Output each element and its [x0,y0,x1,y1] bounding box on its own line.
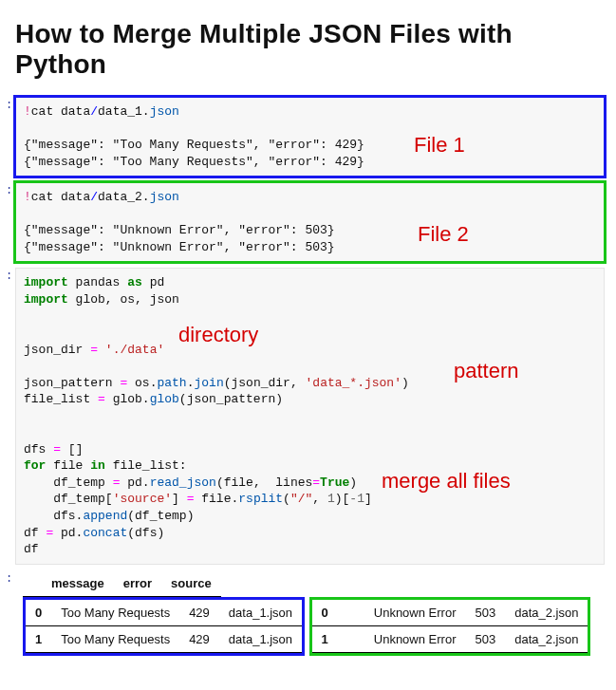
bang-operator: ! [24,190,31,204]
cell-source: data_1.json [219,625,302,652]
output-line: {"message": "Unknown Error", "error": 50… [24,240,335,254]
slash: / [90,190,98,204]
row-index: 1 [312,625,338,652]
col-message: message [42,570,114,597]
kw-as: as [127,275,142,289]
cell-cat-file1: !cat data/data_1.json {"message": "Too M… [8,97,605,177]
func: rsplit [238,492,283,506]
txt: ) [349,476,357,490]
txt: pd. [53,526,83,540]
rows-group-file2: 0 Unknown Error 503 data_2.json 1 Unknow… [309,597,591,656]
output-line: {"message": "Unknown Error", "error": 50… [24,223,335,237]
const: True [320,476,349,490]
txt: pd [142,275,164,289]
output-line: {"message": "Too Many Requests", "error"… [24,155,364,169]
cell-message: Too Many Requests [51,625,179,652]
cell-merge-code: import pandas as pd import glob, os, jso… [8,268,605,564]
output-line: {"message": "Too Many Requests", "error"… [24,138,364,152]
txt: pandas [68,275,127,289]
kw-import: import [24,275,68,289]
cell-source: data_2.json [505,600,588,626]
txt: json_pattern [24,376,120,390]
txt: ] [364,492,372,506]
eq: = [98,392,105,406]
annotation-merge: merge all files [382,469,511,494]
txt: file. [194,492,238,506]
txt: (json_pattern) [179,392,283,406]
eq: = [90,343,98,357]
cell-cat-file2: !cat data/data_2.json {"message": "Unkno… [8,182,605,262]
num: -1 [349,492,364,506]
txt: df_temp [24,476,113,490]
col-error: error [114,570,161,597]
txt: , [312,492,327,506]
str: 'source' [113,492,172,506]
cell-output-table: message error source 0 Too Many Requests… [8,570,605,660]
cat-cmd: cat data [31,190,90,204]
txt: [] [61,442,83,457]
code-block-file2: !cat data/data_2.json {"message": "Unkno… [15,182,605,262]
row-index: 1 [26,625,51,652]
file-name-stem: data_2. [98,190,150,204]
rows-group-file1: 0 Too Many Requests 429 data_1.json 1 To… [23,597,305,656]
txt: df [24,526,46,540]
txt: (file, lines [216,476,312,490]
page-title: How to Merge Multiple JSON Files with Py… [15,19,605,80]
str: 'data_*.json' [306,376,401,390]
txt: dfs [24,442,53,457]
func: glob [150,392,179,406]
txt: file [46,458,90,473]
txt: glob, os, json [68,292,179,307]
kw-for: for [24,458,46,473]
cell-message: Unknown Error [338,600,466,626]
cell-message: Too Many Requests [51,600,179,626]
func: concat [83,526,127,540]
txt: dfs. [24,509,83,523]
txt: os. [127,376,157,390]
txt: (df_temp) [127,509,194,523]
annotation-pattern: pattern [454,359,519,383]
code-block-file1: !cat data/data_1.json {"message": "Too M… [15,97,605,177]
txt: (dfs) [127,526,164,540]
txt: ) [401,376,409,390]
txt: ( [283,492,290,506]
cell-message: Unknown Error [338,625,466,652]
txt: pd. [120,476,149,490]
cat-cmd: cat data [31,104,90,119]
txt: glob. [105,392,150,406]
func: append [83,509,127,523]
func: read_json [150,476,216,490]
annotation-file1: File 1 [414,133,465,158]
bang-operator: ! [24,104,31,119]
kw-in: in [90,458,105,473]
kw-import: import [24,292,68,307]
eq: = [53,442,61,457]
file-ext: json [150,190,179,204]
txt: df_temp[ [24,492,113,506]
txt [98,343,105,357]
page-root: How to Merge Multiple JSON Files with Py… [0,0,616,669]
row-index: 0 [312,600,338,626]
cell-source: data_1.json [219,600,302,626]
str: './data' [105,343,164,357]
table-row: 0 Unknown Error 503 data_2.json [312,600,588,626]
file-ext: json [150,104,179,119]
cell-error: 503 [465,600,505,626]
cell-error: 503 [465,625,505,652]
txt: (json_dir, [224,376,306,390]
table-row: 1 Unknown Error 503 data_2.json [312,625,588,652]
func: join [194,376,223,390]
slash: / [90,104,98,119]
dataframe-output: message error source 0 Too Many Requests… [23,570,605,660]
txt: json_dir [24,343,90,357]
attr: path [157,376,186,390]
eq: = [312,476,320,490]
annotation-file2: File 2 [418,222,469,247]
cell-error: 429 [179,600,219,626]
cell-source: data_2.json [505,625,588,652]
txt: file_list: [105,458,187,473]
col-source: source [161,570,221,597]
num: 1 [327,492,335,506]
file-name-stem: data_1. [98,104,150,119]
txt: )[ [335,492,350,506]
